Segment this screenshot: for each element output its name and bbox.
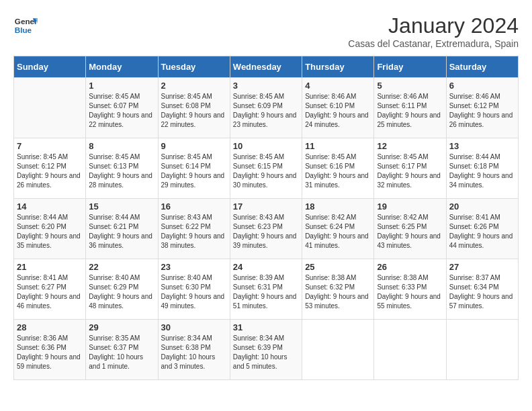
table-row: 9Sunrise: 8:45 AM Sunset: 6:14 PM Daylig…: [158, 138, 230, 199]
table-row: 25Sunrise: 8:38 AM Sunset: 6:32 PM Dayli…: [302, 259, 374, 320]
day-number: 11: [305, 141, 371, 151]
table-row: 12Sunrise: 8:45 AM Sunset: 6:17 PM Dayli…: [374, 138, 446, 199]
day-info: Sunrise: 8:45 AM Sunset: 6:13 PM Dayligh…: [89, 152, 154, 190]
day-number: 10: [233, 141, 299, 151]
table-row: 28Sunrise: 8:36 AM Sunset: 6:36 PM Dayli…: [14, 320, 86, 380]
day-number: 16: [161, 201, 227, 212]
table-row: 31Sunrise: 8:34 AM Sunset: 6:39 PM Dayli…: [230, 320, 302, 380]
table-row: 21Sunrise: 8:41 AM Sunset: 6:27 PM Dayli…: [14, 259, 86, 320]
header-monday: Monday: [86, 56, 158, 78]
day-number: 15: [89, 201, 154, 212]
table-row: 3Sunrise: 8:45 AM Sunset: 6:09 PM Daylig…: [230, 78, 302, 138]
day-info: Sunrise: 8:35 AM Sunset: 6:37 PM Dayligh…: [89, 334, 154, 371]
day-number: 29: [89, 322, 154, 332]
table-row: [302, 320, 374, 380]
header-thursday: Thursday: [302, 56, 374, 78]
day-info: Sunrise: 8:45 AM Sunset: 6:07 PM Dayligh…: [89, 92, 154, 130]
day-number: 17: [233, 201, 299, 212]
day-number: 6: [449, 81, 515, 91]
table-row: 8Sunrise: 8:45 AM Sunset: 6:13 PM Daylig…: [86, 138, 158, 199]
day-number: 23: [161, 262, 227, 272]
table-row: [374, 320, 446, 380]
day-number: 4: [305, 81, 371, 91]
day-info: Sunrise: 8:45 AM Sunset: 6:15 PM Dayligh…: [233, 152, 299, 190]
table-row: 1Sunrise: 8:45 AM Sunset: 6:07 PM Daylig…: [86, 78, 158, 138]
day-info: Sunrise: 8:36 AM Sunset: 6:36 PM Dayligh…: [17, 334, 83, 371]
day-number: 5: [377, 81, 443, 91]
day-info: Sunrise: 8:42 AM Sunset: 6:25 PM Dayligh…: [377, 213, 443, 250]
day-number: 27: [449, 262, 515, 272]
day-number: 12: [377, 141, 443, 151]
header-tuesday: Tuesday: [158, 56, 230, 78]
day-info: Sunrise: 8:34 AM Sunset: 6:39 PM Dayligh…: [233, 334, 299, 371]
day-number: 14: [17, 201, 83, 212]
calendar-header-row: Sunday Monday Tuesday Wednesday Thursday…: [14, 56, 519, 78]
day-info: Sunrise: 8:45 AM Sunset: 6:08 PM Dayligh…: [161, 92, 227, 130]
day-number: 31: [233, 322, 299, 332]
table-row: 26Sunrise: 8:38 AM Sunset: 6:33 PM Dayli…: [374, 259, 446, 320]
day-info: Sunrise: 8:41 AM Sunset: 6:27 PM Dayligh…: [17, 273, 83, 311]
table-row: [446, 320, 518, 380]
logo: General Blue: [13, 13, 38, 38]
calendar-week-row: 28Sunrise: 8:36 AM Sunset: 6:36 PM Dayli…: [14, 320, 519, 380]
day-info: Sunrise: 8:42 AM Sunset: 6:24 PM Dayligh…: [305, 213, 371, 250]
day-info: Sunrise: 8:34 AM Sunset: 6:38 PM Dayligh…: [161, 334, 227, 371]
day-number: 3: [233, 81, 299, 91]
table-row: 24Sunrise: 8:39 AM Sunset: 6:31 PM Dayli…: [230, 259, 302, 320]
day-info: Sunrise: 8:45 AM Sunset: 6:12 PM Dayligh…: [17, 152, 83, 190]
table-row: 11Sunrise: 8:45 AM Sunset: 6:16 PM Dayli…: [302, 138, 374, 199]
day-info: Sunrise: 8:46 AM Sunset: 6:12 PM Dayligh…: [449, 92, 515, 130]
page-header: General Blue January 2024 Casas del Cast…: [13, 13, 519, 49]
location: Casas del Castanar, Extremadura, Spain: [348, 38, 519, 49]
day-info: Sunrise: 8:46 AM Sunset: 6:11 PM Dayligh…: [377, 92, 443, 130]
day-info: Sunrise: 8:39 AM Sunset: 6:31 PM Dayligh…: [233, 273, 299, 311]
day-number: 19: [377, 201, 443, 212]
day-info: Sunrise: 8:40 AM Sunset: 6:30 PM Dayligh…: [161, 273, 227, 311]
table-row: 5Sunrise: 8:46 AM Sunset: 6:11 PM Daylig…: [374, 78, 446, 138]
day-number: 20: [449, 201, 515, 212]
header-friday: Friday: [374, 56, 446, 78]
day-number: 25: [305, 262, 371, 272]
day-number: 28: [17, 322, 83, 332]
day-number: 7: [17, 141, 83, 151]
calendar-week-row: 7Sunrise: 8:45 AM Sunset: 6:12 PM Daylig…: [14, 138, 519, 199]
day-info: Sunrise: 8:45 AM Sunset: 6:14 PM Dayligh…: [161, 152, 227, 190]
day-number: 24: [233, 262, 299, 272]
day-info: Sunrise: 8:45 AM Sunset: 6:16 PM Dayligh…: [305, 152, 371, 190]
day-info: Sunrise: 8:38 AM Sunset: 6:33 PM Dayligh…: [377, 273, 443, 311]
table-row: 2Sunrise: 8:45 AM Sunset: 6:08 PM Daylig…: [158, 78, 230, 138]
day-info: Sunrise: 8:41 AM Sunset: 6:26 PM Dayligh…: [449, 213, 515, 250]
table-row: 18Sunrise: 8:42 AM Sunset: 6:24 PM Dayli…: [302, 199, 374, 259]
calendar-week-row: 1Sunrise: 8:45 AM Sunset: 6:07 PM Daylig…: [14, 78, 519, 138]
day-number: 13: [449, 141, 515, 151]
day-info: Sunrise: 8:40 AM Sunset: 6:29 PM Dayligh…: [89, 273, 154, 311]
table-row: 16Sunrise: 8:43 AM Sunset: 6:22 PM Dayli…: [158, 199, 230, 259]
day-info: Sunrise: 8:45 AM Sunset: 6:09 PM Dayligh…: [233, 92, 299, 130]
table-row: 6Sunrise: 8:46 AM Sunset: 6:12 PM Daylig…: [446, 78, 518, 138]
calendar-week-row: 14Sunrise: 8:44 AM Sunset: 6:20 PM Dayli…: [14, 199, 519, 259]
table-row: 10Sunrise: 8:45 AM Sunset: 6:15 PM Dayli…: [230, 138, 302, 199]
day-info: Sunrise: 8:44 AM Sunset: 6:18 PM Dayligh…: [449, 152, 515, 190]
title-area: January 2024 Casas del Castanar, Extrema…: [348, 13, 519, 49]
table-row: 22Sunrise: 8:40 AM Sunset: 6:29 PM Dayli…: [86, 259, 158, 320]
table-row: 19Sunrise: 8:42 AM Sunset: 6:25 PM Dayli…: [374, 199, 446, 259]
day-number: 1: [89, 81, 154, 91]
svg-text:Blue: Blue: [15, 26, 32, 34]
table-row: 15Sunrise: 8:44 AM Sunset: 6:21 PM Dayli…: [86, 199, 158, 259]
day-number: 22: [89, 262, 154, 272]
table-row: 13Sunrise: 8:44 AM Sunset: 6:18 PM Dayli…: [446, 138, 518, 199]
table-row: 29Sunrise: 8:35 AM Sunset: 6:37 PM Dayli…: [86, 320, 158, 380]
day-info: Sunrise: 8:38 AM Sunset: 6:32 PM Dayligh…: [305, 273, 371, 311]
table-row: 4Sunrise: 8:46 AM Sunset: 6:10 PM Daylig…: [302, 78, 374, 138]
header-sunday: Sunday: [14, 56, 86, 78]
day-info: Sunrise: 8:44 AM Sunset: 6:21 PM Dayligh…: [89, 213, 154, 250]
table-row: 14Sunrise: 8:44 AM Sunset: 6:20 PM Dayli…: [14, 199, 86, 259]
table-row: 17Sunrise: 8:43 AM Sunset: 6:23 PM Dayli…: [230, 199, 302, 259]
day-number: 9: [161, 141, 227, 151]
table-row: [14, 78, 86, 138]
table-row: 27Sunrise: 8:37 AM Sunset: 6:34 PM Dayli…: [446, 259, 518, 320]
month-title: January 2024: [348, 13, 519, 38]
header-wednesday: Wednesday: [230, 56, 302, 78]
day-info: Sunrise: 8:43 AM Sunset: 6:23 PM Dayligh…: [233, 213, 299, 250]
day-number: 8: [89, 141, 154, 151]
